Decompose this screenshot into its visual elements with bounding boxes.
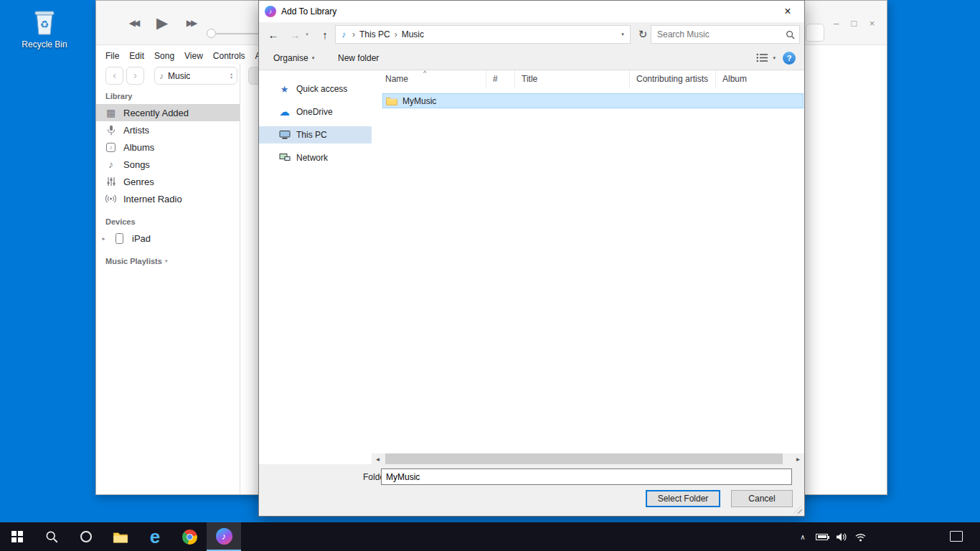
itunes-back-button[interactable]: ‹ bbox=[105, 67, 123, 85]
start-button[interactable] bbox=[0, 522, 34, 551]
column-header-title[interactable]: Title bbox=[515, 70, 630, 88]
internet-explorer-icon: e bbox=[150, 527, 160, 546]
sidebar-item-artists[interactable]: Artists bbox=[96, 121, 240, 138]
sidebar-item-label: Genres bbox=[123, 176, 154, 187]
search-icon[interactable] bbox=[786, 30, 795, 39]
breadcrumb-chevron-icon: › bbox=[352, 29, 355, 39]
system-tray: ∧ bbox=[798, 522, 867, 551]
nav-item-label: Network bbox=[296, 153, 328, 163]
sidebar-item-label: Songs bbox=[123, 159, 150, 170]
recycle-bin-label: Recycle Bin bbox=[22, 39, 67, 50]
details-view-icon bbox=[756, 53, 768, 62]
forward-button[interactable]: → bbox=[286, 22, 303, 47]
sidebar-item-ipad[interactable]: ▸ iPad bbox=[96, 230, 240, 247]
chevron-down-icon: ▾ bbox=[312, 55, 315, 61]
windows-logo-icon bbox=[11, 531, 24, 543]
internet-explorer-button[interactable]: e bbox=[138, 522, 172, 551]
refresh-button[interactable]: ↻ bbox=[633, 25, 652, 44]
file-row-mymusic[interactable]: MyMusic bbox=[382, 93, 804, 108]
nav-item-quick-access[interactable]: ★ Quick access bbox=[259, 80, 372, 98]
search-input[interactable] bbox=[651, 26, 799, 43]
minimize-icon[interactable]: – bbox=[832, 18, 840, 29]
select-folder-label: Select Folder bbox=[658, 494, 709, 504]
music-playlists-label: Music Playlists bbox=[105, 257, 162, 265]
column-header-name[interactable]: Name ^ bbox=[372, 70, 486, 88]
computer-icon bbox=[278, 130, 291, 140]
view-options-button[interactable]: ▾ bbox=[756, 53, 776, 62]
wifi-icon[interactable] bbox=[854, 532, 867, 542]
resize-grip[interactable] bbox=[793, 505, 802, 514]
address-dropdown-icon[interactable]: ▾ bbox=[616, 32, 630, 37]
tray-expand-icon[interactable]: ∧ bbox=[798, 533, 808, 541]
address-bar[interactable]: ♪ › This PC › Music ▾ bbox=[335, 25, 631, 44]
sidebar-item-label: Recently Added bbox=[123, 108, 189, 118]
recycle-bin-shortcut[interactable]: ♻ Recycle Bin bbox=[17, 7, 72, 50]
folder-name-input[interactable] bbox=[381, 468, 792, 485]
microphone-icon bbox=[105, 125, 117, 136]
column-header-album[interactable]: Album bbox=[716, 70, 804, 88]
action-center-icon[interactable] bbox=[950, 531, 963, 542]
media-type-value: Music bbox=[168, 71, 226, 81]
sidebar-divider bbox=[240, 64, 240, 494]
nav-item-this-pc[interactable]: This PC bbox=[259, 126, 372, 143]
next-track-button[interactable]: ▶▶ bbox=[182, 18, 199, 28]
sidebar-item-internet-radio[interactable]: Internet Radio bbox=[96, 190, 240, 207]
itunes-search-field[interactable] bbox=[806, 24, 824, 42]
help-button[interactable]: ? bbox=[783, 52, 796, 65]
sidebar-item-songs[interactable]: ♪ Songs bbox=[96, 156, 240, 173]
taskbar-search-button[interactable] bbox=[34, 522, 69, 551]
play-button[interactable]: ▶ bbox=[155, 14, 169, 32]
nav-item-onedrive[interactable]: ☁ OneDrive bbox=[259, 103, 372, 121]
breadcrumb-music[interactable]: Music bbox=[402, 29, 424, 39]
recycle-bin-icon: ♻ bbox=[32, 7, 57, 37]
radio-broadcast-icon bbox=[105, 194, 117, 204]
dialog-close-button[interactable]: × bbox=[771, 1, 804, 22]
column-headers: Name ^ # Title Contributing artists Albu… bbox=[372, 70, 804, 88]
column-header-contributing-artists[interactable]: Contributing artists bbox=[630, 70, 716, 88]
breadcrumb-this-pc[interactable]: This PC bbox=[359, 29, 390, 39]
organise-label: Organise bbox=[273, 53, 308, 63]
music-note-icon: ♪ bbox=[159, 71, 164, 81]
column-header-number[interactable]: # bbox=[486, 70, 515, 88]
maximize-icon[interactable]: □ bbox=[850, 18, 858, 29]
sidebar-item-label: Internet Radio bbox=[123, 194, 182, 204]
itunes-taskbar-button[interactable]: ♪ bbox=[207, 522, 241, 551]
expand-arrow-icon[interactable]: ▸ bbox=[100, 235, 107, 242]
cortana-button[interactable] bbox=[69, 522, 103, 551]
sliders-icon bbox=[105, 176, 117, 187]
cancel-button[interactable]: Cancel bbox=[731, 490, 793, 507]
speaker-icon[interactable] bbox=[836, 532, 847, 542]
previous-track-button[interactable]: ◀◀ bbox=[125, 18, 142, 28]
sidebar-item-recently-added[interactable]: ▦ Recently Added bbox=[96, 104, 240, 121]
sidebar-item-albums[interactable]: ♪ Albums bbox=[96, 138, 240, 156]
search-box bbox=[651, 25, 800, 44]
menu-file[interactable]: File bbox=[105, 51, 119, 61]
menu-song[interactable]: Song bbox=[154, 51, 174, 61]
nav-item-label: Quick access bbox=[296, 84, 347, 94]
sort-ascending-icon: ^ bbox=[423, 70, 426, 77]
search-icon bbox=[45, 530, 58, 543]
recent-locations-dropdown-icon[interactable]: ▾ bbox=[302, 22, 312, 47]
back-button[interactable]: ← bbox=[265, 22, 282, 47]
itunes-window-controls: – □ × bbox=[832, 18, 876, 29]
column-label: Album bbox=[722, 74, 747, 84]
itunes-forward-button[interactable]: › bbox=[126, 67, 144, 85]
battery-icon[interactable] bbox=[816, 534, 828, 540]
devices-header: Devices bbox=[105, 217, 136, 226]
menu-controls[interactable]: Controls bbox=[213, 51, 245, 61]
up-button[interactable]: ↑ bbox=[316, 22, 334, 47]
media-type-selector[interactable]: ♪ Music ▴▾ bbox=[154, 67, 237, 85]
organise-button[interactable]: Organise ▾ bbox=[273, 47, 314, 70]
chevron-down-icon: ▾ bbox=[165, 258, 168, 264]
sidebar-item-genres[interactable]: Genres bbox=[96, 173, 240, 190]
music-playlists-header[interactable]: Music Playlists ▾ bbox=[105, 257, 167, 265]
nav-item-network[interactable]: Network bbox=[259, 149, 372, 166]
new-folder-button[interactable]: New folder bbox=[338, 47, 379, 70]
file-explorer-button[interactable] bbox=[103, 522, 138, 551]
sidebar-item-label: iPad bbox=[132, 233, 151, 244]
chrome-button[interactable] bbox=[172, 522, 207, 551]
select-folder-button[interactable]: Select Folder bbox=[646, 490, 720, 507]
menu-edit[interactable]: Edit bbox=[129, 51, 144, 61]
menu-view[interactable]: View bbox=[184, 51, 203, 61]
close-icon[interactable]: × bbox=[868, 18, 876, 29]
